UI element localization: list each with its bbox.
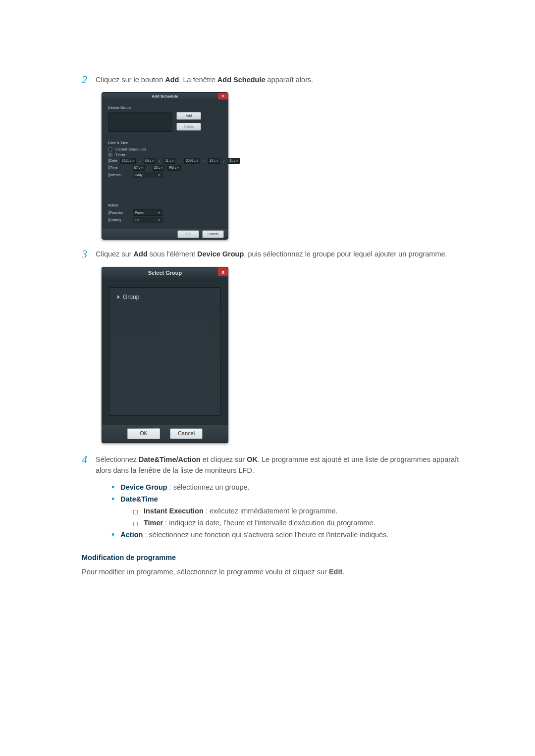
chevron-down-icon: ▼	[158, 211, 160, 214]
add-schedule-titlebar: Add Schedule x	[102, 93, 228, 101]
add-group-button[interactable]: Add	[176, 112, 201, 120]
square-bullet-icon	[133, 510, 138, 514]
select-group-titlebar: Select Group x	[102, 267, 228, 278]
add-schedule-dialog: Add Schedule x Device Group Add Delete D…	[102, 92, 228, 240]
modification-body: Pour modifier un programme, sélectionnez…	[82, 566, 476, 577]
device-group-label: Device Group	[108, 105, 222, 110]
time-hour[interactable]: 07▲▼	[133, 165, 145, 171]
square-bullet-icon	[133, 522, 138, 526]
step-4-number: 4	[82, 454, 96, 465]
close-icon[interactable]: x	[218, 93, 228, 100]
instant-execution-label: Instant Execution	[115, 147, 146, 151]
modification-title: Modification de programme	[82, 554, 476, 561]
cancel-button[interactable]: Cancel	[202, 230, 224, 238]
interval-dropdown[interactable]: Daily▼	[133, 172, 162, 178]
interval-label: ┃Interval	[108, 173, 130, 177]
select-group-title: Select Group	[148, 270, 182, 276]
time-label: ┃Time	[108, 166, 130, 170]
tree-expand-icon[interactable]	[117, 295, 120, 299]
action-label: Action	[108, 203, 222, 207]
timer-radio[interactable]	[108, 152, 112, 157]
sub-bullet-timer: Timer : indiquez la date, l'heure et l'i…	[133, 519, 476, 527]
delete-group-button[interactable]: Delete	[176, 123, 201, 131]
timer-label: Timer	[115, 152, 125, 157]
device-group-listbox[interactable]	[108, 112, 172, 132]
instant-execution-radio[interactable]	[108, 147, 112, 151]
step-3: 3 Cliquez sur Add sous l'élément Device …	[82, 249, 476, 259]
date-day1[interactable]: 11▲▼	[163, 158, 175, 164]
bullet-date-time: • Date&Time	[111, 495, 476, 503]
setting-label: ┃Setting	[108, 218, 130, 222]
bullet-list: • Device Group : sélectionnez un groupe.…	[111, 483, 476, 539]
step-2: 2 Cliquez sur le bouton Add. La fenêtre …	[82, 74, 476, 85]
date-day2[interactable]: 31▲▼	[228, 158, 240, 164]
close-icon[interactable]: x	[218, 267, 228, 276]
chevron-down-icon: ▼	[158, 219, 160, 222]
ok-button[interactable]: OK	[127, 428, 160, 439]
bullet-device-group: • Device Group : sélectionnez un groupe.	[111, 483, 476, 491]
date-label: ┃Date	[108, 159, 117, 163]
add-schedule-title: Add Schedule	[152, 94, 178, 99]
ok-button[interactable]: OK	[177, 230, 199, 238]
function-label: ┃Function	[108, 211, 130, 215]
date-year2[interactable]: 2099▲▼	[184, 158, 200, 164]
step-3-number: 3	[82, 249, 96, 259]
group-tree[interactable]: Group	[109, 287, 221, 416]
cancel-button[interactable]: Cancel	[170, 428, 203, 439]
function-dropdown[interactable]: Power▼	[133, 209, 162, 216]
group-tree-item[interactable]: Group	[109, 288, 220, 306]
setting-dropdown[interactable]: Off▼	[133, 217, 162, 223]
group-item-label: Group	[123, 294, 139, 301]
select-group-dialog: Select Group x Group OK Cancel	[102, 267, 228, 443]
step-3-text: Cliquez sur Add sous l'élément Device Gr…	[96, 249, 476, 259]
chevron-down-icon: ▼	[158, 174, 160, 177]
step-4-text: Sélectionnez Date&Time/Action et cliquez…	[96, 454, 476, 476]
step-4: 4 Sélectionnez Date&Time/Action et cliqu…	[82, 454, 476, 476]
time-ampm[interactable]: PM▲▼	[167, 165, 181, 171]
bullet-icon: •	[111, 531, 114, 539]
step-2-text: Cliquez sur le bouton Add. La fenêtre Ad…	[96, 74, 476, 85]
step-2-number: 2	[82, 74, 96, 85]
sub-bullet-instant: Instant Execution : exécutez immédiateme…	[133, 507, 476, 515]
date-time-label: Date & Time	[108, 141, 222, 145]
time-minute[interactable]: 22▲▼	[153, 165, 164, 171]
bullet-icon: •	[111, 495, 114, 503]
bullet-icon: •	[111, 483, 114, 491]
bullet-action: • Action : sélectionnez une fonction qui…	[111, 531, 476, 539]
date-month1[interactable]: 04▲▼	[144, 158, 156, 164]
date-month2[interactable]: 12▲▼	[208, 158, 220, 164]
date-year1[interactable]: 2011▲▼	[120, 158, 136, 164]
